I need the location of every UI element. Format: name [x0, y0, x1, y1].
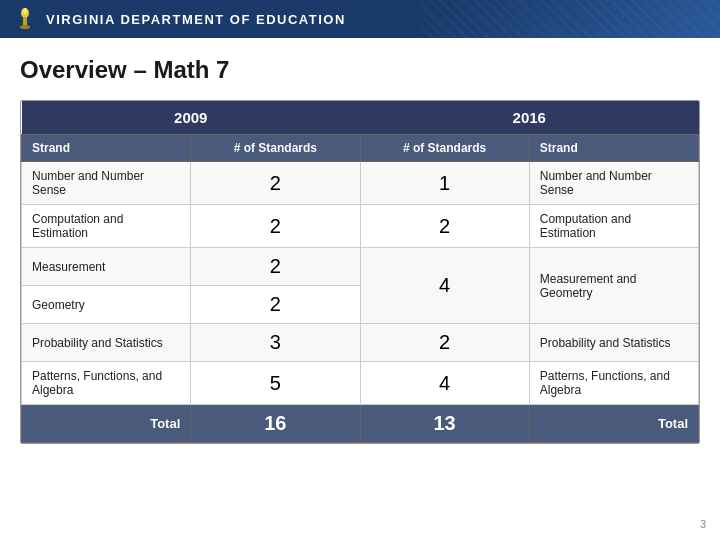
svg-point-2	[20, 25, 30, 29]
svg-point-3	[23, 8, 27, 14]
strand-2016-0: Number and Number Sense	[529, 162, 698, 205]
total-row: Total 16 13 Total	[22, 405, 699, 443]
strand-2009-5: Patterns, Functions, and Algebra	[22, 362, 191, 405]
count-2009-0: 2	[191, 162, 360, 205]
count-2016-0: 1	[360, 162, 529, 205]
strand-2016-4: Probability and Statistics	[529, 324, 698, 362]
table-row: Number and Number Sense 2 1 Number and N…	[22, 162, 699, 205]
page-number: 3	[700, 518, 706, 530]
strand-2009-1: Computation and Estimation	[22, 205, 191, 248]
vdoe-logo	[14, 8, 36, 30]
count-2016-5: 4	[360, 362, 529, 405]
strand-2016-merged: Measurement and Geometry	[529, 248, 698, 324]
col-header-row: Strand # of Standards # of Standards Str…	[22, 135, 699, 162]
page-title: Overview – Math 7	[20, 56, 700, 84]
page-content: Overview – Math 7 2009 2016 Strand # of …	[0, 38, 720, 454]
strand-2009-4: Probability and Statistics	[22, 324, 191, 362]
count-2016-1: 2	[360, 205, 529, 248]
count-2009-3: 2	[191, 286, 360, 324]
total-2009: 16	[191, 405, 360, 443]
strand-2009-0: Number and Number Sense	[22, 162, 191, 205]
col-standards-2016-label: # of Standards	[360, 135, 529, 162]
strand-2016-5: Patterns, Functions, and Algebra	[529, 362, 698, 405]
strand-2016-1: Computation and Estimation	[529, 205, 698, 248]
count-2016-4: 2	[360, 324, 529, 362]
year-2009-header: 2009	[22, 101, 361, 135]
header-title: VIRGINIA DEPARTMENT OF EDUCATION	[46, 12, 346, 27]
count-2016-merged: 4	[360, 248, 529, 324]
year-2016-header: 2016	[360, 101, 699, 135]
table-row: Measurement 2 4 Measurement and Geometry	[22, 248, 699, 286]
col-strand-2016-label: Strand	[529, 135, 698, 162]
total-2016: 13	[360, 405, 529, 443]
total-label: Total	[22, 405, 191, 443]
table-row: Computation and Estimation 2 2 Computati…	[22, 205, 699, 248]
col-strand-2009-label: Strand	[22, 135, 191, 162]
col-standards-2009-label: # of Standards	[191, 135, 360, 162]
year-header-row: 2009 2016	[22, 101, 699, 135]
table-row: Probability and Statistics 3 2 Probabili…	[22, 324, 699, 362]
count-2009-4: 3	[191, 324, 360, 362]
count-2009-1: 2	[191, 205, 360, 248]
strand-2009-2: Measurement	[22, 248, 191, 286]
table-row: Patterns, Functions, and Algebra 5 4 Pat…	[22, 362, 699, 405]
count-2009-5: 5	[191, 362, 360, 405]
count-2009-2: 2	[191, 248, 360, 286]
comparison-table: 2009 2016 Strand # of Standards # of Sta…	[20, 100, 700, 444]
total-label-right: Total	[529, 405, 698, 443]
strand-2009-3: Geometry	[22, 286, 191, 324]
header-bar: VIRGINIA DEPARTMENT OF EDUCATION	[0, 0, 720, 38]
